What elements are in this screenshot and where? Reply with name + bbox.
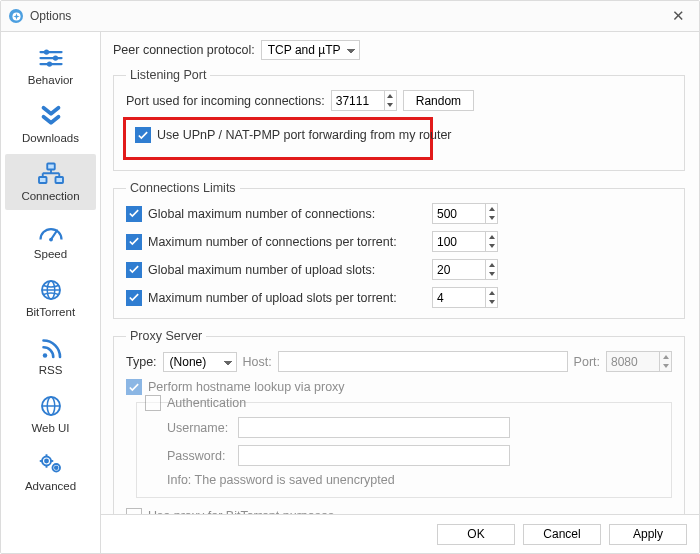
svg-marker-40	[489, 300, 495, 304]
proxy-host-input	[278, 351, 568, 372]
dialog-footer: OK Cancel Apply	[101, 514, 699, 553]
svg-marker-42	[663, 364, 669, 368]
svg-marker-37	[489, 263, 495, 267]
listening-port-legend: Listening Port	[126, 68, 210, 82]
proxy-type-select[interactable]: (None)	[163, 352, 237, 372]
sliders-icon	[34, 44, 68, 72]
username-label: Username:	[167, 421, 232, 435]
chevrons-down-icon	[34, 102, 68, 130]
sidebar-item-label: Advanced	[25, 480, 76, 492]
svg-marker-36	[489, 244, 495, 248]
limits-legend: Connections Limits	[126, 181, 240, 195]
globe-icon	[34, 276, 68, 304]
hostname-lookup-label: Perform hostname lookup via proxy	[148, 380, 345, 394]
titlebar: Options ✕	[1, 1, 699, 32]
listening-port-group: Listening Port Port used for incoming co…	[113, 68, 685, 171]
svg-point-15	[49, 238, 53, 242]
peer-protocol-select[interactable]: TCP and µTP	[261, 40, 360, 60]
proxy-host-label: Host:	[243, 355, 272, 369]
svg-marker-31	[387, 94, 393, 98]
gauge-icon	[34, 218, 68, 246]
password-info: Info: The password is saved unencrypted	[167, 473, 659, 487]
app-icon	[9, 9, 23, 23]
svg-point-19	[42, 353, 47, 358]
window-title: Options	[30, 9, 71, 23]
sidebar: Behavior Downloads Connection Speed	[1, 32, 101, 553]
limit-label: Global maximum number of connections:	[148, 207, 426, 221]
proxy-port-label: Port:	[574, 355, 600, 369]
hostname-lookup-checkbox	[126, 379, 142, 395]
sidebar-item-advanced[interactable]: Advanced	[5, 444, 96, 500]
svg-marker-35	[489, 235, 495, 239]
limit-checkbox[interactable]	[126, 234, 142, 250]
limit-checkbox[interactable]	[126, 262, 142, 278]
svg-point-6	[46, 61, 51, 66]
proxy-legend: Proxy Server	[126, 329, 206, 343]
ok-button[interactable]: OK	[437, 524, 515, 545]
highlight-box: Use UPnP / NAT-PMP port forwarding from …	[123, 117, 433, 160]
sidebar-item-label: Behavior	[28, 74, 73, 86]
svg-point-24	[45, 460, 48, 463]
limit-label: Global maximum number of upload slots:	[148, 263, 426, 277]
spinner-arrows[interactable]	[384, 91, 396, 110]
proxy-type-label: Type:	[126, 355, 157, 369]
upnp-checkbox[interactable]	[135, 127, 151, 143]
port-label: Port used for incoming connections:	[126, 94, 325, 108]
connections-limits-group: Connections Limits Global maximum number…	[113, 181, 685, 319]
svg-marker-34	[489, 216, 495, 220]
limit-label: Maximum number of connections per torren…	[148, 235, 426, 249]
spinner-arrows[interactable]	[485, 204, 497, 223]
svg-rect-8	[39, 177, 47, 183]
spinner-arrows	[659, 352, 671, 371]
sidebar-item-label: Connection	[21, 190, 79, 202]
sidebar-item-rss[interactable]: RSS	[5, 328, 96, 384]
password-input	[238, 445, 510, 466]
use-proxy-bt-checkbox	[126, 508, 142, 514]
svg-rect-9	[55, 177, 63, 183]
svg-marker-39	[489, 291, 495, 295]
sidebar-item-label: Speed	[34, 248, 67, 260]
sidebar-item-label: Web UI	[31, 422, 69, 434]
limit-checkbox[interactable]	[126, 290, 142, 306]
sidebar-item-label: RSS	[39, 364, 63, 376]
settings-panel: Peer connection protocol: TCP and µTP Li…	[101, 32, 699, 553]
sidebar-item-bittorrent[interactable]: BitTorrent	[5, 270, 96, 326]
auth-checkbox	[145, 395, 161, 411]
gears-icon	[34, 450, 68, 478]
password-label: Password:	[167, 449, 232, 463]
options-window: Options ✕ Behavior Downloads Conn	[0, 0, 700, 554]
svg-marker-38	[489, 272, 495, 276]
spinner-arrows[interactable]	[485, 288, 497, 307]
spinner-arrows[interactable]	[485, 260, 497, 279]
limit-checkbox[interactable]	[126, 206, 142, 222]
network-icon	[34, 160, 68, 188]
auth-label: Authentication	[167, 396, 246, 410]
svg-point-4	[43, 49, 48, 54]
svg-marker-32	[387, 103, 393, 107]
upnp-label: Use UPnP / NAT-PMP port forwarding from …	[157, 128, 452, 142]
sidebar-item-label: Downloads	[22, 132, 79, 144]
sidebar-item-behavior[interactable]: Behavior	[5, 38, 96, 94]
spinner-arrows[interactable]	[485, 232, 497, 251]
limit-label: Maximum number of upload slots per torre…	[148, 291, 426, 305]
proxy-server-group: Proxy Server Type: (None) Host: Port: Pe…	[113, 329, 685, 514]
cancel-button[interactable]: Cancel	[523, 524, 601, 545]
svg-marker-33	[489, 207, 495, 211]
sidebar-item-label: BitTorrent	[26, 306, 75, 318]
svg-point-5	[52, 55, 57, 60]
globe-icon	[34, 392, 68, 420]
random-port-button[interactable]: Random	[403, 90, 474, 111]
sidebar-item-downloads[interactable]: Downloads	[5, 96, 96, 152]
svg-rect-7	[47, 164, 55, 170]
svg-point-26	[54, 466, 57, 469]
close-icon[interactable]: ✕	[666, 5, 691, 27]
sidebar-item-connection[interactable]: Connection	[5, 154, 96, 210]
rss-icon	[34, 334, 68, 362]
username-input	[238, 417, 510, 438]
apply-button[interactable]: Apply	[609, 524, 687, 545]
peer-protocol-label: Peer connection protocol:	[113, 43, 255, 57]
sidebar-item-speed[interactable]: Speed	[5, 212, 96, 268]
sidebar-item-webui[interactable]: Web UI	[5, 386, 96, 442]
svg-marker-41	[663, 355, 669, 359]
